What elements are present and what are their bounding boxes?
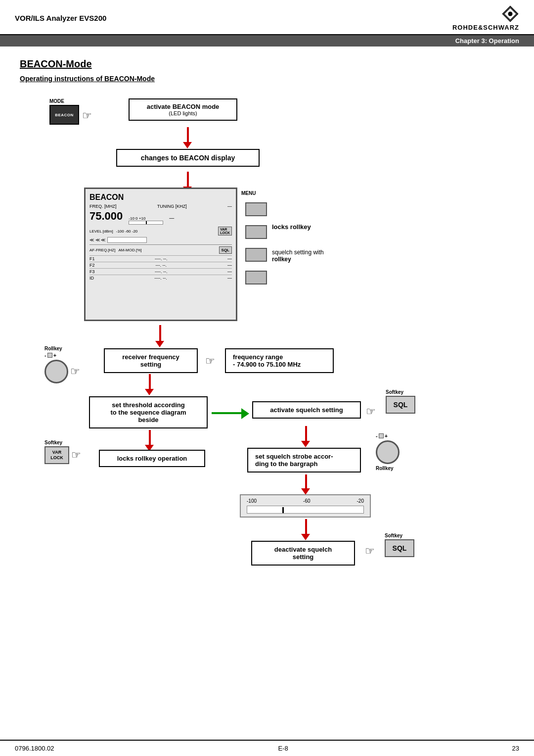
company-name: ROHDE&SCHWARZ — [452, 24, 519, 31]
receiver-freq-box: receiver frequency setting — [104, 348, 198, 373]
page-code: E-8 — [278, 745, 288, 752]
hand-icon-deactivate: ☞ — [365, 545, 375, 558]
bargraph-marker — [282, 507, 284, 513]
beacon-screen: BEACON FREQ. [MHZ] TUNING [KHZ] — 75.000… — [84, 188, 237, 321]
var-lock-btn[interactable]: VARLOCK — [218, 227, 232, 236]
softkey-label-top: Softkey — [386, 389, 415, 395]
locks-rollkey-label: locks rollkey — [272, 223, 311, 231]
arrow-head-5 — [301, 441, 310, 447]
rollkey-minus-right-icon — [379, 433, 384, 438]
arrow-line-7 — [305, 519, 307, 534]
chapter-title: Chapter 3: Operation — [455, 37, 519, 45]
screen-title-label: BEACON — [89, 193, 232, 202]
var-lock-softkey[interactable]: VARLOCK — [44, 446, 69, 464]
screen-row-f2: F2---. --.— — [89, 262, 232, 268]
rollkey-label-right: Rollkey — [376, 466, 400, 471]
hand-pointer-icon: ☞ — [82, 109, 92, 122]
screen-freq-value: 75.000 — [89, 210, 123, 223]
arrow-head-7 — [301, 534, 310, 540]
set-threshold-box: set threshold according to the sequence … — [89, 396, 208, 428]
chapter-bar: Chapter 3: Operation — [0, 35, 534, 47]
arrow-line-2 — [187, 172, 189, 187]
hand-icon-freq: ☞ — [205, 355, 215, 368]
locks-rollkey-op-box: locks rollkey operation — [99, 450, 205, 467]
arrow-head-4 — [145, 389, 154, 395]
softkey-4[interactable] — [245, 271, 267, 284]
mode-button-group: MODE BEACON ☞ — [49, 98, 92, 125]
page-number: 23 — [512, 745, 519, 752]
right-softkeys-group — [245, 202, 267, 293]
sql-softkey-bottom[interactable]: SQL — [385, 539, 414, 557]
tuning-bar — [129, 221, 163, 225]
sql-softkey-top[interactable]: SQL — [386, 396, 415, 414]
tuning-marker — [146, 221, 147, 224]
doc-number: 0796.1800.02 — [15, 745, 54, 752]
bargraph-display: -100-60-20 — [240, 494, 371, 518]
svg-point-2 — [508, 12, 513, 16]
screen-row-f1: F1----. --.— — [89, 255, 232, 262]
section-subtitle: Operating instructions of BEACON-Mode — [20, 75, 514, 83]
hand-icon-varlock: ☞ — [71, 449, 81, 462]
logo-area: ROHDE&SCHWARZ — [452, 5, 519, 31]
softkey-sql-bottom-group: Softkey SQL — [385, 533, 414, 557]
rollkey-circle-left[interactable] — [44, 360, 68, 383]
rollkey-label-left: Rollkey — [44, 346, 80, 351]
arrow-head-1 — [183, 142, 192, 148]
softkey-label-varlock: Softkey — [44, 440, 81, 445]
arrow-head-3 — [155, 341, 164, 347]
squelch-rollkey-label1: squelch setting with rollkey — [272, 249, 324, 263]
arrow-line-8 — [149, 430, 151, 445]
screen-row-id: ID----. --.— — [89, 275, 232, 281]
arrow-line-4 — [149, 374, 151, 389]
page-footer: 0796.1800.02 E-8 23 — [0, 740, 534, 756]
rollkey-group-left: Rollkey - + ☞ — [44, 346, 80, 383]
beacon-mode-button[interactable]: BEACON — [49, 105, 79, 125]
page-title: BEACON-Mode — [20, 58, 514, 70]
page-header: VOR/ILS Analyzer EVS200 ROHDE&SCHWARZ — [0, 0, 534, 35]
freq-range-box: frequency range - 74.900 to 75.100 MHz — [225, 348, 334, 373]
bargraph-bar — [247, 506, 364, 514]
softkey-3-squelch[interactable] — [245, 248, 267, 262]
changes-beacon-box: changes to BEACON display — [116, 149, 260, 167]
screen-row-f3: F3----. --.— — [89, 268, 232, 275]
arrow-line-5 — [305, 426, 307, 441]
hand-icon-rollkey: ☞ — [70, 365, 80, 378]
softkey-1[interactable] — [245, 202, 267, 216]
level-bargraph — [107, 237, 147, 243]
softkey-label-bottom: Softkey — [385, 533, 414, 538]
diagram-area: MODE BEACON ☞ activate BEACON mode (LED … — [20, 94, 514, 727]
green-arrow-head — [241, 408, 249, 419]
softkey-sql-top-group: Softkey SQL — [386, 389, 415, 414]
rollkey-group-right: - + Rollkey — [376, 433, 400, 471]
rollkey-minus-icon — [47, 353, 52, 358]
softkey-2-locks-rollkey[interactable] — [245, 225, 267, 239]
deactivate-squelch-box: deactivate squelch setting — [251, 541, 355, 566]
company-logo-icon — [501, 5, 519, 23]
set-squelch-strobe-box: set squelch strobe accor- ding to the ba… — [247, 448, 361, 472]
arrow-line-6 — [305, 474, 307, 488]
document-title: VOR/ILS Analyzer EVS200 — [15, 14, 106, 22]
rollkey-circle-right[interactable] — [376, 440, 400, 464]
hand-icon-squelch: ☞ — [366, 405, 376, 418]
menu-label: MENU — [241, 190, 256, 196]
var-lock-softkey-group: Softkey VARLOCK ☞ — [44, 440, 81, 464]
activate-beacon-box: activate BEACON mode (LED lights) — [129, 98, 237, 121]
sql-btn[interactable]: SQL — [219, 246, 232, 254]
mode-label: MODE — [49, 98, 92, 104]
arrow-line-3 — [159, 325, 161, 341]
activate-squelch-box: activate squelch setting — [252, 401, 361, 419]
green-arrow-line — [212, 412, 241, 414]
main-content: BEACON-Mode Operating instructions of BE… — [0, 47, 534, 737]
arrow-line-1 — [187, 127, 189, 142]
